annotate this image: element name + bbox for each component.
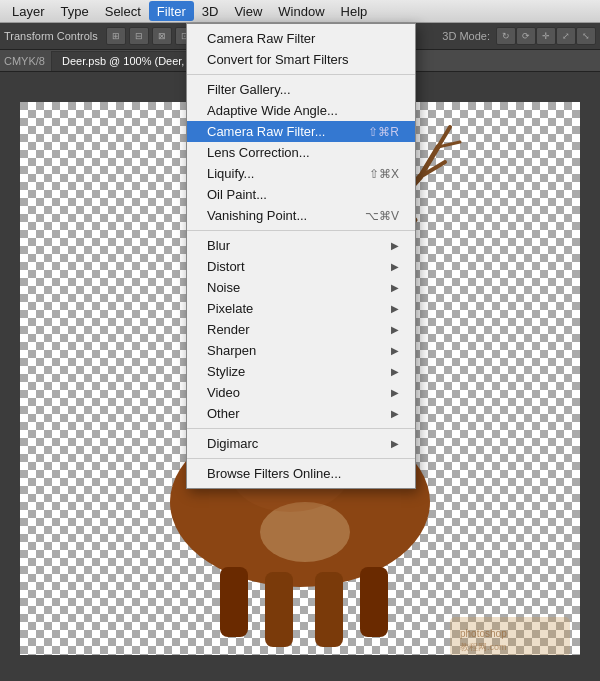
menu-item-label: Stylize [207, 364, 245, 379]
menu-separator-3 [187, 428, 415, 429]
submenu-arrow-icon: ▶ [391, 387, 399, 398]
menu-item-filter-gallery[interactable]: Filter Gallery... [187, 79, 415, 100]
svg-rect-31 [315, 572, 343, 647]
menu-item-label: Noise [207, 280, 240, 295]
toolbar-label: Transform Controls [4, 30, 98, 42]
menu-item-digimarc[interactable]: Digimarc ▶ [187, 433, 415, 454]
toolbar-btn-2[interactable]: ⊟ [129, 27, 149, 45]
menu-item-label: Vanishing Point... [207, 208, 307, 223]
3d-slide-btn[interactable]: ⤢ [556, 27, 576, 45]
menu-item-label: Render [207, 322, 250, 337]
menu-item-pixelate[interactable]: Pixelate ▶ [187, 298, 415, 319]
tab-label: Deer.psb @ 100% (Deer, [62, 55, 184, 67]
menubar: Layer Type Select Filter 3D View Window … [0, 0, 600, 23]
menu-layer[interactable]: Layer [4, 1, 53, 21]
menu-item-label: Pixelate [207, 301, 253, 316]
submenu-arrow-icon: ▶ [391, 282, 399, 293]
menu-item-liquify[interactable]: Liquify... ⇧⌘X [187, 163, 415, 184]
menu-item-camera-raw-filter-1[interactable]: Camera Raw Filter [187, 28, 415, 49]
toolbar-btn-1[interactable]: ⊞ [106, 27, 126, 45]
menu-item-label: Lens Correction... [207, 145, 310, 160]
svg-point-34 [260, 502, 350, 562]
menu-item-distort[interactable]: Distort ▶ [187, 256, 415, 277]
submenu-arrow-icon: ▶ [391, 324, 399, 335]
menu-item-shortcut: ⇧⌘R [368, 125, 399, 139]
submenu-arrow-icon: ▶ [391, 240, 399, 251]
menu-item-label: Browse Filters Online... [207, 466, 341, 481]
menu-item-vanishing-point[interactable]: Vanishing Point... ⌥⌘V [187, 205, 415, 226]
menu-window[interactable]: Window [270, 1, 332, 21]
3d-mode-label: 3D Mode: [442, 30, 490, 42]
menu-item-label: Filter Gallery... [207, 82, 291, 97]
menu-item-blur[interactable]: Blur ▶ [187, 235, 415, 256]
menu-item-video[interactable]: Video ▶ [187, 382, 415, 403]
menu-item-adaptive-wide-angle[interactable]: Adaptive Wide Angle... [187, 100, 415, 121]
submenu-arrow-icon: ▶ [391, 303, 399, 314]
menu-item-label: Digimarc [207, 436, 258, 451]
submenu-arrow-icon: ▶ [391, 345, 399, 356]
menu-item-render[interactable]: Render ▶ [187, 319, 415, 340]
menu-item-shortcut: ⇧⌘X [369, 167, 399, 181]
menu-item-label: Oil Paint... [207, 187, 267, 202]
svg-rect-33 [360, 567, 388, 637]
menu-item-noise[interactable]: Noise ▶ [187, 277, 415, 298]
submenu-arrow-icon: ▶ [391, 408, 399, 419]
menu-item-convert-smart-filters[interactable]: Convert for Smart Filters [187, 49, 415, 70]
menu-item-stylize[interactable]: Stylize ▶ [187, 361, 415, 382]
menu-item-label: Convert for Smart Filters [207, 52, 349, 67]
svg-text:教程网.com: 教程网.com [460, 642, 507, 652]
menu-filter[interactable]: Filter [149, 1, 194, 21]
menu-3d[interactable]: 3D [194, 1, 227, 21]
menu-item-label: Camera Raw Filter [207, 31, 315, 46]
submenu-arrow-icon: ▶ [391, 261, 399, 272]
menu-view[interactable]: View [226, 1, 270, 21]
menu-type[interactable]: Type [53, 1, 97, 21]
menu-item-label: Distort [207, 259, 245, 274]
submenu-arrow-icon: ▶ [391, 438, 399, 449]
menu-item-browse-filters[interactable]: Browse Filters Online... [187, 463, 415, 484]
menu-item-label: Sharpen [207, 343, 256, 358]
menu-select[interactable]: Select [97, 1, 149, 21]
filter-dropdown: Camera Raw Filter Convert for Smart Filt… [186, 23, 416, 489]
menu-item-lens-correction[interactable]: Lens Correction... [187, 142, 415, 163]
menu-item-oil-paint[interactable]: Oil Paint... [187, 184, 415, 205]
menu-item-shortcut: ⌥⌘V [365, 209, 399, 223]
menu-separator-2 [187, 230, 415, 231]
3d-pan-btn[interactable]: ✛ [536, 27, 556, 45]
active-tab[interactable]: Deer.psb @ 100% (Deer, ✕ [51, 51, 208, 71]
svg-rect-32 [220, 567, 248, 637]
filter-info: CMYK/8 [4, 55, 45, 67]
svg-rect-30 [265, 572, 293, 647]
submenu-arrow-icon: ▶ [391, 366, 399, 377]
3d-rotate-btn[interactable]: ↻ [496, 27, 516, 45]
3d-roll-btn[interactable]: ⟳ [516, 27, 536, 45]
menu-help[interactable]: Help [333, 1, 376, 21]
menu-item-label: Adaptive Wide Angle... [207, 103, 338, 118]
menu-item-label: Liquify... [207, 166, 254, 181]
menu-separator-1 [187, 74, 415, 75]
menu-item-label: Video [207, 385, 240, 400]
toolbar-btn-3[interactable]: ⊠ [152, 27, 172, 45]
menu-item-other[interactable]: Other ▶ [187, 403, 415, 424]
toolbar-controls: ⊞ ⊟ ⊠ ⊡ [106, 27, 195, 45]
3d-scale-btn[interactable]: ⤡ [576, 27, 596, 45]
menu-separator-4 [187, 458, 415, 459]
menu-item-label: Camera Raw Filter... [207, 124, 325, 139]
menu-item-camera-raw-filter-2[interactable]: Camera Raw Filter... ⇧⌘R [187, 121, 415, 142]
svg-text:photoshop: photoshop [460, 628, 507, 639]
menu-item-label: Other [207, 406, 240, 421]
menu-item-label: Blur [207, 238, 230, 253]
menu-item-sharpen[interactable]: Sharpen ▶ [187, 340, 415, 361]
